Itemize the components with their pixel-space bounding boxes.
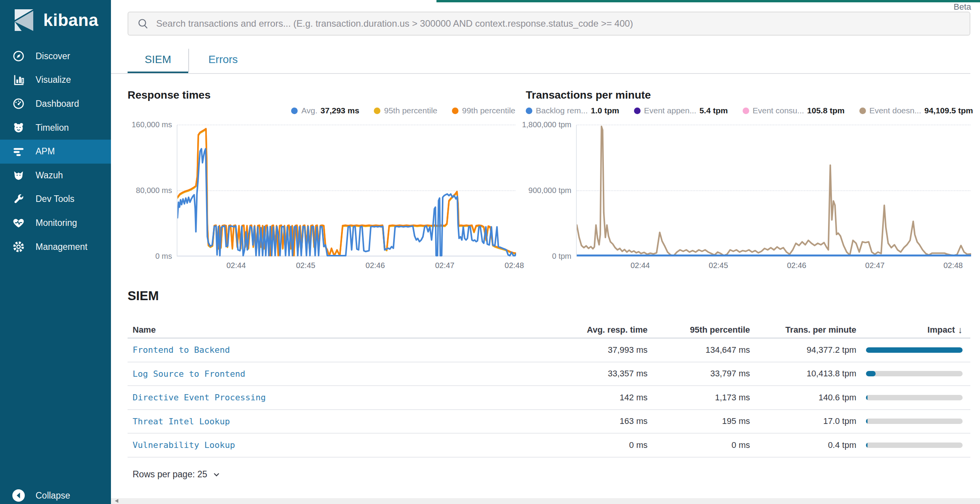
sidebar-item-dev-tools[interactable]: Dev Tools — [0, 187, 111, 211]
search-bar — [128, 12, 970, 36]
transactions-table: Name Avg. resp. time 95th percentile Tra… — [128, 322, 970, 458]
collapse-button[interactable]: Collapse — [0, 483, 111, 504]
sidebar: kibana DiscoverVisualizeDashboardTimelio… — [0, 0, 111, 504]
beta-badge: Beta — [954, 2, 971, 12]
transaction-link[interactable]: Directive Event Processing — [133, 393, 266, 402]
tpm-value: 17.0 tpm — [750, 416, 856, 426]
y-tick-label: 80,000 ms — [106, 186, 172, 195]
legend-dot — [452, 108, 458, 114]
sidebar-item-label: Visualize — [36, 75, 71, 85]
table-row: Threat Intel Lookup163 ms195 ms17.0 tpm — [128, 410, 970, 434]
avg-resp-time-value: 142 ms — [514, 393, 648, 403]
chevron-down-icon — [212, 470, 221, 479]
x-tick-label: 02:46 — [774, 261, 820, 270]
column-avg-resp-time[interactable]: Avg. resp. time — [514, 325, 648, 335]
table-row: Vulnerability Lookup0 ms0 ms0.4 tpm — [128, 434, 970, 458]
transactions-title: Transactions per minute — [526, 89, 651, 101]
x-tick-label: 02:46 — [352, 261, 399, 270]
kibana-logo[interactable]: kibana — [12, 8, 98, 32]
legend-item-95th-percentile[interactable]: 95th percentile — [374, 106, 437, 115]
table-body: Frontend to Backend37,993 ms134,647 ms94… — [128, 338, 970, 458]
avg-resp-time-value: 33,357 ms — [514, 369, 648, 379]
sidebar-item-label: Wazuh — [36, 170, 63, 181]
impact-bar-fill — [866, 347, 963, 353]
sidebar-item-timelion[interactable]: Timelion — [0, 116, 111, 140]
visualize-icon — [12, 73, 26, 87]
legend-dot — [374, 108, 380, 114]
kibana-logo-icon — [12, 8, 36, 32]
sidebar-item-wazuh[interactable]: Wazuh — [0, 163, 111, 187]
y-tick-label: 0 tpm — [506, 252, 571, 261]
column-impact[interactable]: Impact ↓ — [856, 325, 970, 335]
impact-bar — [866, 371, 963, 376]
legend-item-event-consu[interactable]: Event consu...105.8 tpm — [743, 106, 845, 115]
legend-item-99th-percentile[interactable]: 99th percentile — [452, 106, 515, 115]
x-tick-label: 02:47 — [852, 261, 898, 270]
avg-line — [177, 149, 516, 256]
legend-item-event-doesn[interactable]: Event doesn...94,109.5 tpm — [859, 106, 973, 115]
column-95th-percentile[interactable]: 95th percentile — [648, 325, 750, 335]
heartbeat-icon — [12, 216, 26, 230]
search-input[interactable] — [149, 12, 970, 35]
search-icon — [137, 17, 149, 30]
x-tick-label: 02:45 — [283, 261, 329, 270]
apm-page: Beta kibana DiscoverVisualizeDashboardTi… — [0, 0, 980, 504]
sidebar-item-monitoring[interactable]: Monitoring — [0, 211, 111, 235]
sidebar-item-label: Dev Tools — [36, 194, 75, 204]
table-row: Log Source to Frontend33,357 ms33,797 ms… — [128, 362, 970, 386]
transaction-link[interactable]: Frontend to Backend — [133, 345, 230, 355]
avg-resp-time-value: 163 ms — [514, 416, 648, 426]
gear-icon — [12, 240, 26, 254]
apm-icon — [12, 145, 26, 159]
legend-item-event-appen[interactable]: Event appen...5.4 tpm — [634, 106, 728, 115]
legend-item-backlog-rem[interactable]: Backlog rem...1.0 tpm — [526, 106, 619, 115]
tpm-value: 10,413.8 tpm — [750, 369, 856, 379]
sidebar-item-label: Timelion — [36, 123, 69, 133]
avg-resp-time-value: 37,993 ms — [514, 345, 648, 355]
tab-errors[interactable]: Errors — [188, 46, 258, 73]
rows-per-page-selector[interactable]: Rows per page: 25 — [133, 469, 221, 480]
sidebar-item-management[interactable]: Management — [0, 235, 111, 259]
response-times-title: Response times — [128, 89, 211, 101]
wazuh-icon — [12, 168, 26, 182]
x-tick-label: 02:47 — [421, 261, 468, 270]
p95-value: 0 ms — [648, 440, 750, 450]
impact-bar — [866, 347, 963, 353]
dashboard-icon — [12, 97, 26, 111]
p95-value: 195 ms — [648, 416, 750, 426]
avg-resp-time-value: 0 ms — [514, 440, 648, 450]
impact-bar-fill — [866, 395, 868, 400]
sidebar-item-dashboard[interactable]: Dashboard — [0, 92, 111, 116]
event-doesn-line — [577, 126, 971, 256]
transactions-per-minute-plot — [576, 125, 970, 256]
tab-siem[interactable]: SIEM — [128, 46, 188, 73]
transaction-link[interactable]: Log Source to Frontend — [133, 369, 245, 379]
sidebar-item-apm[interactable]: APM — [0, 140, 111, 164]
transaction-link[interactable]: Vulnerability Lookup — [133, 440, 235, 450]
column-trans-per-minute[interactable]: Trans. per minute — [750, 325, 856, 335]
column-name[interactable]: Name — [128, 325, 514, 335]
horizontal-scrollbar[interactable] — [111, 498, 980, 504]
legend-item-avg[interactable]: Avg.37,293 ms — [291, 106, 359, 115]
response-times-plot — [177, 125, 515, 256]
wrench-icon — [12, 192, 26, 206]
transaction-link[interactable]: Threat Intel Lookup — [133, 417, 230, 426]
transactions-legend: Backlog rem...1.0 tpmEvent appen...5.4 t… — [526, 106, 970, 115]
p95-value: 1,173 ms — [648, 393, 750, 403]
discover-icon — [12, 49, 26, 63]
impact-bar-fill — [866, 419, 868, 424]
p95-value: 134,647 ms — [648, 345, 750, 355]
y-tick-label: 900,000 tpm — [506, 186, 571, 195]
sidebar-item-label: Monitoring — [36, 218, 77, 228]
sidebar-item-visualize[interactable]: Visualize — [0, 68, 111, 92]
table-row: Frontend to Backend37,993 ms134,647 ms94… — [128, 338, 970, 362]
x-tick-label: 02:48 — [930, 261, 976, 270]
legend-dot — [526, 108, 532, 114]
tpm-value: 94,377.2 tpm — [750, 345, 856, 355]
impact-bar — [866, 395, 963, 400]
sidebar-item-discover[interactable]: Discover — [0, 44, 111, 68]
tab-bar: SIEM Errors — [128, 46, 258, 73]
tabs-bottom-rule — [111, 73, 970, 74]
y-tick-label: 0 ms — [106, 252, 172, 261]
x-tick-label: 02:44 — [213, 261, 259, 270]
